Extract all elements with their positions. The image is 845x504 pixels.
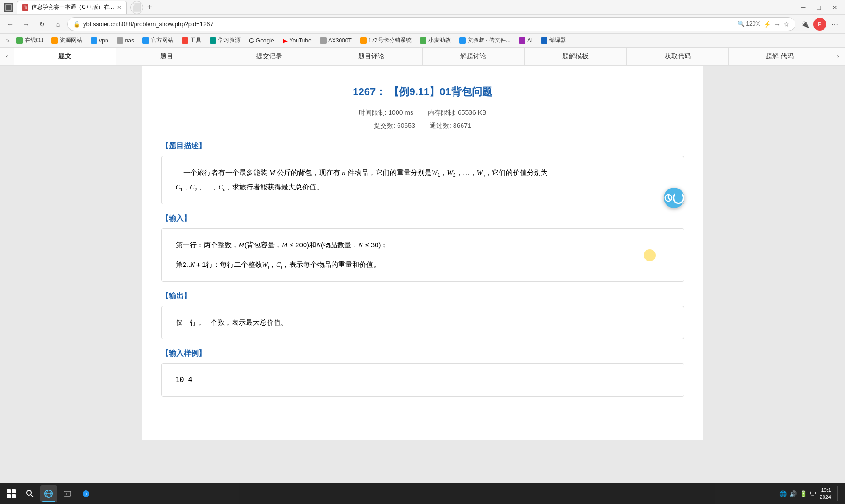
address-text: ybt.ssoier.cn:8088/problem_show.php?pid=… xyxy=(83,21,735,28)
tab-label: 信息学竞赛一本通（C++版）在... xyxy=(31,3,114,11)
description-text-2: C1，C2，…，Cn，求旅行者能获得最大总价值。 xyxy=(176,180,670,195)
pass-count-value: 36671 xyxy=(453,122,471,129)
submit-count-label: 提交数: xyxy=(374,122,395,129)
pass-count-label: 通过数: xyxy=(430,122,451,129)
bookmark-label: 资源网站 xyxy=(60,36,82,44)
network-icon: 🌐 xyxy=(779,490,787,497)
windows-logo xyxy=(7,489,16,498)
bookmarks-bar: » 在线OJ 资源网站 vpn nas 官方网站 工具 学习资源 xyxy=(0,34,845,48)
address-bar[interactable]: 🔒 ybt.ssoier.cn:8088/problem_show.php?pi… xyxy=(67,17,795,31)
page-nav-right-arrow[interactable]: › xyxy=(831,48,845,65)
bookmark-YouTube[interactable]: ▶ YouTube xyxy=(279,36,315,45)
svg-text:D: D xyxy=(66,492,68,496)
weights-var: W xyxy=(432,169,438,176)
problem-id: 1267 xyxy=(353,86,376,98)
bookmark-AX3000T[interactable]: AX3000T xyxy=(316,36,355,45)
page-nav: ‹ 题文 题目 提交记录 题目评论 解题讨论 题解模板 获取代码 题解 代码 › xyxy=(0,48,845,66)
bookmark-label: 文叔叔 · 传文件... xyxy=(468,36,511,44)
bookmark-学习资源[interactable]: 学习资源 xyxy=(206,35,244,45)
bookmark-label: YouTube xyxy=(290,37,312,44)
app-icon: Q xyxy=(81,489,91,498)
bookmark-label: 编译器 xyxy=(549,36,566,44)
page-nav-left-arrow[interactable]: ‹ xyxy=(0,48,14,65)
bookmark-172[interactable]: 172号卡分销系统 xyxy=(356,35,415,45)
floating-button-icon xyxy=(664,193,673,203)
refresh-button[interactable]: ↻ xyxy=(36,18,49,31)
bookmark-label: 在线OJ xyxy=(25,36,43,44)
page-nav-tab-题目[interactable]: 题目 xyxy=(116,48,219,65)
page-nav-tab-题文[interactable]: 题文 xyxy=(14,48,116,65)
page-nav-tab-题解代码[interactable]: 题解 代码 xyxy=(729,48,831,65)
add-tab-button[interactable]: + xyxy=(147,2,153,13)
security-icon: 🔒 xyxy=(73,21,80,28)
time-limit-label: 时间限制: xyxy=(359,109,387,116)
show-desktop-button[interactable] xyxy=(837,486,838,501)
maximize-button[interactable]: □ xyxy=(813,3,824,12)
sample-input-box: 10 4 xyxy=(161,363,684,397)
bookmark-label: 学习资源 xyxy=(218,36,241,44)
bookmark-编译器[interactable]: 编译器 xyxy=(537,35,570,45)
page-nav-tab-提交记录[interactable]: 提交记录 xyxy=(218,48,320,65)
taskbar-browser-item[interactable] xyxy=(40,485,57,502)
bookmark-nas[interactable]: nas xyxy=(113,36,138,45)
bookmark-资源网站[interactable]: 资源网站 xyxy=(48,35,86,45)
page-nav-tab-label: 题解 代码 xyxy=(766,52,794,60)
minimize-button[interactable]: ─ xyxy=(797,3,809,12)
battery-icon: 🔋 xyxy=(800,490,807,497)
taskbar-system-icons: 🌐 🔊 🔋 🛡 xyxy=(779,490,816,497)
taskbar-dev1-item[interactable]: D xyxy=(59,485,76,502)
bookmark-在线OJ[interactable]: 在线OJ xyxy=(13,35,47,45)
bookmark-工具[interactable]: 工具 xyxy=(178,35,205,45)
page-nav-tab-获取代码[interactable]: 获取代码 xyxy=(627,48,729,65)
tab-close-button[interactable]: ✕ xyxy=(117,4,121,11)
start-button[interactable] xyxy=(3,485,20,502)
output-box: 仅一行，一个数，表示最大总价值。 xyxy=(161,306,684,339)
back-button[interactable]: ← xyxy=(4,18,17,31)
profile-button[interactable]: P xyxy=(813,18,826,31)
taskbar-clock[interactable]: 19:1 2024 xyxy=(820,487,831,501)
svg-line-4 xyxy=(31,495,33,497)
bookmark-vpn[interactable]: vpn xyxy=(87,36,112,45)
shield-icon: 🛡 xyxy=(810,490,816,497)
taskbar: D Q 🌐 🔊 🔋 🛡 19:1 2024 xyxy=(0,483,845,504)
active-indicator xyxy=(42,501,55,502)
browser-actions: 🔌 P ⋯ xyxy=(798,18,841,31)
bookmark-文叔叔[interactable]: 文叔叔 · 传文件... xyxy=(455,35,514,45)
input-header: 【输入】 xyxy=(161,214,684,224)
browser-icon xyxy=(44,489,53,498)
description-box: 一个旅行者有一个最多能装 M 公斤的背包，现在有 n 件物品，它们的重量分别是W… xyxy=(161,156,684,204)
active-tab[interactable]: 信 信息学竞赛一本通（C++版）在... ✕ xyxy=(17,1,127,14)
cursor-highlight xyxy=(644,249,656,261)
bookmarks-chevron[interactable]: » xyxy=(4,36,12,45)
bookmark-icon-AI xyxy=(519,37,525,44)
home-button[interactable]: ⌂ xyxy=(51,18,64,31)
star-icon[interactable]: ☆ xyxy=(783,21,789,28)
taskbar-app1-item[interactable]: Q xyxy=(78,485,94,502)
page-nav-tab-题目评论[interactable]: 题目评论 xyxy=(320,48,423,65)
input-line2: 第2..N＋1行：每行二个整数Wi，Ci，表示每个物品的重量和价值。 xyxy=(176,258,670,272)
bookmark-小麦助教[interactable]: 小麦助教 xyxy=(416,35,454,45)
lightning-icon: ⚡ xyxy=(763,21,771,28)
menu-button[interactable]: ⋯ xyxy=(828,18,841,31)
new-tab-button[interactable]: ⬜ xyxy=(130,1,143,14)
taskbar-search-button[interactable] xyxy=(21,485,38,502)
forward-button[interactable]: → xyxy=(20,18,33,31)
page-nav-tab-解题讨论[interactable]: 解题讨论 xyxy=(423,48,525,65)
bookmark-label: Google xyxy=(256,37,274,44)
bookmark-label: AX3000T xyxy=(328,37,352,44)
bookmark-icon-学习资源 xyxy=(210,37,216,44)
extensions-button[interactable]: 🔌 xyxy=(798,18,811,31)
bookmark-Google[interactable]: G Google xyxy=(245,36,278,45)
bookmark-AI[interactable]: AI xyxy=(515,36,536,45)
floating-action-button[interactable] xyxy=(664,188,684,208)
bookmark-label: 小麦助教 xyxy=(428,36,451,44)
main-content: 1267： 【例9.11】01背包问题 时间限制: 1000 ms 内存限制: … xyxy=(142,66,703,440)
bookmark-label: AI xyxy=(527,37,533,44)
bookmark-icon-AX3000T xyxy=(320,37,327,44)
bookmark-官方网站[interactable]: 官方网站 xyxy=(139,35,177,45)
page-nav-tab-题解模板[interactable]: 题解模板 xyxy=(525,48,627,65)
page-nav-tab-label: 题解模板 xyxy=(562,52,589,60)
submit-count-value: 60653 xyxy=(397,122,415,129)
page-nav-tab-label: 题目 xyxy=(160,52,173,60)
close-button[interactable]: ✕ xyxy=(828,3,841,12)
